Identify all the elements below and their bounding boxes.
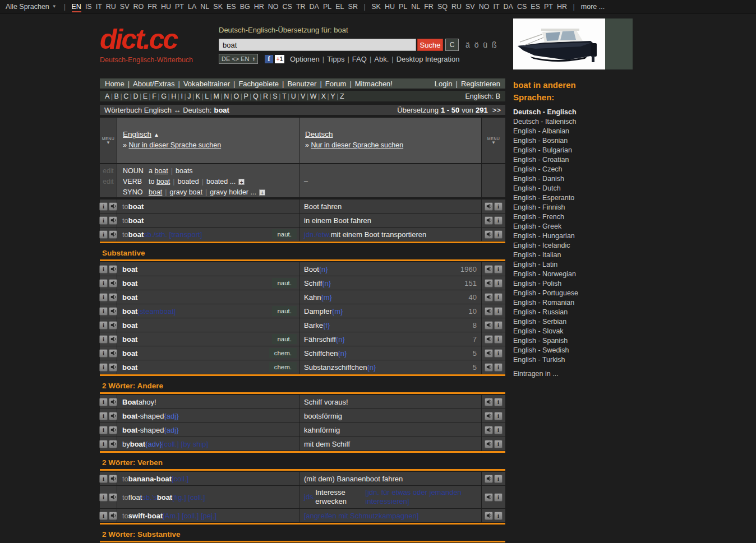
other-language-link[interactable]: English - French	[513, 212, 648, 222]
language-link-da[interactable]: DA	[310, 3, 319, 11]
header-link-tipps[interactable]: Tipps	[327, 55, 344, 63]
info-button[interactable]: i	[99, 307, 108, 315]
other-language-link[interactable]: English - Latin	[513, 260, 648, 270]
language-link-cs[interactable]: CS	[517, 3, 527, 11]
info-button[interactable]: i	[99, 398, 108, 406]
info-button[interactable]: i	[99, 321, 108, 329]
all-languages-dropdown[interactable]: Alle Sprachen	[6, 3, 49, 11]
other-language-link[interactable]: English - Swedish	[513, 346, 648, 355]
other-language-link[interactable]: English - Spanish	[513, 336, 648, 346]
subject-badge[interactable]: naut.	[272, 306, 297, 316]
audio-button[interactable]	[485, 493, 493, 502]
word-link[interactable]: boat	[154, 167, 168, 175]
other-language-link[interactable]: English - Bulgarian	[513, 146, 648, 155]
info-button[interactable]: i	[99, 335, 108, 344]
sort-german-link[interactable]: Deutsch	[305, 130, 333, 138]
language-link-sv[interactable]: SV	[120, 3, 130, 11]
menu-button-right[interactable]: MENU ▼	[482, 118, 505, 163]
info-button[interactable]: i	[494, 512, 503, 520]
subject-badge[interactable]: naut.	[272, 278, 297, 288]
alphabet-letter-x[interactable]: X	[321, 92, 326, 100]
language-link-hr[interactable]: HR	[254, 3, 264, 11]
info-button[interactable]: i	[99, 512, 108, 520]
language-link-da[interactable]: DA	[504, 3, 513, 11]
info-button[interactable]: i	[99, 216, 108, 225]
search-german-only-link[interactable]: Nur in dieser Sprache suchen	[311, 141, 403, 149]
other-language-link[interactable]: English - Slovak	[513, 327, 648, 336]
language-link-en[interactable]: EN	[72, 3, 81, 12]
language-link-hu[interactable]: HU	[385, 3, 395, 11]
audio-button[interactable]	[485, 202, 493, 211]
alphabet-letter-d[interactable]: D	[133, 92, 138, 100]
language-link-el[interactable]: EL	[335, 3, 344, 11]
alphabet-letter-o[interactable]: O	[233, 92, 239, 100]
info-button[interactable]: i	[494, 363, 503, 372]
audio-button[interactable]	[485, 440, 493, 448]
audio-button[interactable]	[109, 349, 117, 358]
dictcc-logo[interactable]: dict.cc	[100, 26, 219, 53]
audio-button[interactable]	[485, 363, 493, 372]
word-link[interactable]: boat	[156, 178, 170, 185]
audio-button[interactable]	[485, 349, 493, 358]
info-button[interactable]: i	[494, 335, 503, 344]
audio-button[interactable]	[109, 230, 117, 239]
language-link-it[interactable]: IT	[96, 3, 102, 11]
other-language-link[interactable]: English - Greek	[513, 222, 648, 231]
language-link-pl[interactable]: PL	[399, 3, 407, 11]
other-language-link[interactable]: English - Esperanto	[513, 193, 648, 203]
alphabet-letter-t[interactable]: T	[282, 92, 287, 100]
audio-button[interactable]	[109, 335, 117, 344]
alphabet-letter-h[interactable]: H	[171, 92, 176, 100]
info-button[interactable]: i	[494, 293, 503, 301]
info-button[interactable]: i	[494, 279, 503, 287]
sort-english-link[interactable]: Englisch	[123, 130, 151, 138]
info-button[interactable]: i	[99, 230, 108, 239]
alphabet-letter-e[interactable]: E	[143, 92, 147, 100]
alphabet-letter-l[interactable]: L	[205, 92, 209, 100]
other-language-link[interactable]: Deutsch - Englisch	[513, 108, 648, 117]
language-link-sv[interactable]: SV	[465, 3, 475, 11]
audio-button[interactable]	[109, 398, 117, 406]
other-language-link[interactable]: English - Portuguese	[513, 289, 648, 298]
alphabet-letter-q[interactable]: Q	[253, 92, 259, 100]
other-language-link[interactable]: English - Serbian	[513, 317, 648, 327]
nav-item-home[interactable]: Home	[105, 80, 125, 88]
info-button[interactable]: i	[99, 493, 108, 502]
info-button[interactable]: i	[99, 412, 108, 420]
other-language-link[interactable]: English - Albanian	[513, 127, 648, 136]
audio-button[interactable]	[485, 230, 493, 239]
word-link[interactable]: boat	[149, 188, 162, 196]
audio-button[interactable]	[109, 216, 117, 225]
language-link-fr[interactable]: FR	[147, 3, 157, 11]
menu-button-left[interactable]: MENU ▼	[100, 118, 117, 163]
language-link-it[interactable]: IT	[493, 3, 499, 11]
language-link-nl[interactable]: NL	[411, 3, 420, 11]
alphabet-letter-r[interactable]: R	[263, 92, 268, 100]
audio-button[interactable]	[109, 475, 117, 483]
info-button[interactable]: i	[99, 279, 108, 287]
nav-item-mitmachen[interactable]: Mitmachen!	[355, 80, 393, 88]
other-language-link[interactable]: English - Hungarian	[513, 231, 648, 241]
alphabet-letter-z[interactable]: Z	[340, 92, 344, 100]
alphabet-letter-f[interactable]: F	[152, 92, 156, 100]
language-link-nl[interactable]: NL	[200, 3, 209, 11]
language-link-hu[interactable]: HU	[161, 3, 171, 11]
search-button[interactable]: Suche	[417, 39, 443, 51]
google-plus-icon[interactable]: +1	[275, 55, 284, 63]
alphabet-letter-k[interactable]: K	[196, 92, 200, 100]
info-button[interactable]: i	[99, 293, 108, 301]
info-button[interactable]: i	[494, 307, 503, 315]
subject-badge[interactable]: naut.	[272, 229, 297, 239]
alphabet-letter-a[interactable]: A	[105, 92, 109, 100]
search-english-only-link[interactable]: Nur in dieser Sprache suchen	[128, 141, 221, 149]
language-link-cs[interactable]: CS	[283, 3, 292, 11]
header-link-abk-[interactable]: Abk.	[374, 55, 389, 63]
alphabet-letter-m[interactable]: M	[214, 92, 219, 100]
language-link-pt[interactable]: PT	[544, 3, 553, 11]
subject-badge[interactable]: naut.	[272, 334, 297, 344]
other-language-link[interactable]: English - Finnish	[513, 203, 648, 212]
other-language-link[interactable]: English - Bosnian	[513, 136, 648, 146]
audio-button[interactable]	[109, 202, 117, 211]
subject-badge[interactable]: chem.	[269, 348, 297, 358]
language-link-es[interactable]: ES	[227, 3, 236, 11]
